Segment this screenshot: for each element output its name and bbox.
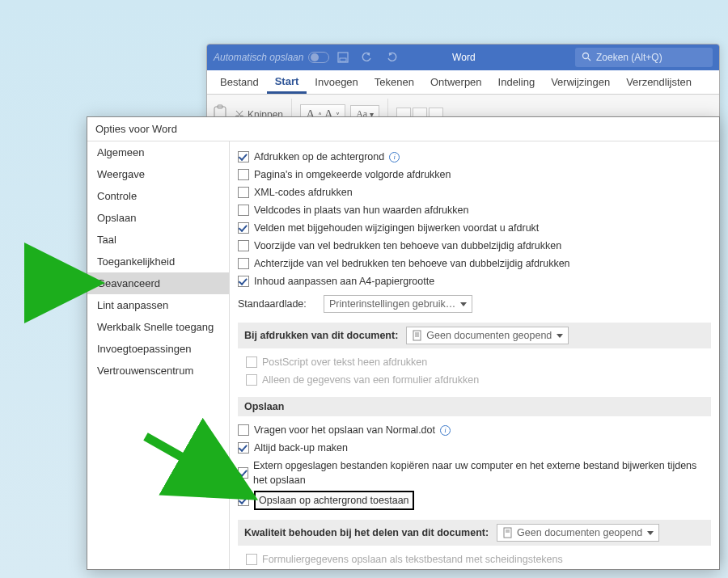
option-label: Alleen de gegevens van een formulier afd… xyxy=(262,373,479,387)
tab-bestand[interactable]: Bestand xyxy=(212,72,267,92)
option-label: Vragen voor het opslaan van Normal.dot xyxy=(254,423,435,437)
nav-item-taal[interactable]: Taal xyxy=(87,229,229,251)
option-row: Pagina's in omgekeerde volgorde afdrukke… xyxy=(238,166,711,184)
nav-item-vertrouwenscentrum[interactable]: Vertrouwenscentrum xyxy=(87,360,229,382)
option-row: Inhoud aanpassen aan A4-papiergrootte xyxy=(238,272,711,290)
checkbox xyxy=(246,357,257,368)
checkbox[interactable] xyxy=(238,222,249,234)
option-row: Velden met bijgehouden wijzigingen bijwe… xyxy=(238,219,711,237)
search-icon xyxy=(582,52,591,64)
section-save: Opslaan xyxy=(238,397,711,416)
option-label: Formuliergegevens opslaan als tekstbesta… xyxy=(262,552,563,567)
checkbox[interactable] xyxy=(238,424,249,436)
nav-item-lint-aanpassen[interactable]: Lint aanpassen xyxy=(87,294,229,316)
option-label: Opslaan op achtergrond toestaan xyxy=(254,491,414,510)
checkbox[interactable] xyxy=(238,442,249,454)
option-row: Alleen de gegevens van een formulier afd… xyxy=(238,371,711,389)
ribbon-tabs: Bestand Start Invoegen Tekenen Ontwerpen… xyxy=(207,70,719,95)
tab-indeling[interactable]: Indeling xyxy=(490,72,544,92)
option-label: PostScript over tekst heen afdrukken xyxy=(262,355,427,369)
checkbox xyxy=(246,374,257,386)
checkbox[interactable] xyxy=(238,187,249,198)
option-label: Inhoud aanpassen aan A4-papiergrootte xyxy=(254,274,434,289)
options-dialog: Opties voor Word AlgemeenWeergaveControl… xyxy=(87,116,720,570)
option-row: XML-codes afdrukken xyxy=(238,184,711,201)
search-placeholder: Zoeken (Alt+Q) xyxy=(596,52,662,63)
option-label: Velden met bijgehouden wijzigingen bijwe… xyxy=(254,221,539,235)
tab-invoegen[interactable]: Invoegen xyxy=(307,72,366,92)
option-row: Opslaan op achtergrond toestaan xyxy=(238,489,711,512)
redo-icon[interactable] xyxy=(381,48,402,67)
option-label: XML-codes afdrukken xyxy=(254,185,353,200)
svg-rect-1 xyxy=(340,58,346,61)
title-bar: Automatisch opslaan Word Zoeken (Alt+Q) xyxy=(207,44,719,70)
autosave-toggle[interactable] xyxy=(308,52,329,63)
checkbox[interactable] xyxy=(238,467,248,479)
nav-item-werkbalk-snelle-toegang[interactable]: Werkbalk Snelle toegang xyxy=(87,316,229,338)
option-row: Achterzijde van vel bedrukken ten behoev… xyxy=(238,255,711,272)
svg-rect-10 xyxy=(413,331,421,340)
tab-ontwerpen[interactable]: Ontwerpen xyxy=(422,72,490,92)
undo-icon[interactable] xyxy=(357,48,378,67)
search-box[interactable]: Zoeken (Alt+Q) xyxy=(575,48,713,67)
options-nav: AlgemeenWeergaveControleOpslaanTaalToega… xyxy=(87,141,230,569)
nav-item-controle[interactable]: Controle xyxy=(87,185,229,207)
option-label: Pagina's in omgekeerde volgorde afdrukke… xyxy=(254,167,451,182)
nav-item-toegankelijkheid[interactable]: Toegankelijkheid xyxy=(87,251,229,272)
nav-item-algemeen[interactable]: Algemeen xyxy=(87,141,229,163)
option-row: Afdrukken op de achtergrondi xyxy=(238,148,711,166)
option-label: Altijd back-up maken xyxy=(254,441,348,455)
tab-verwijzingen[interactable]: Verwijzingen xyxy=(543,72,618,92)
option-label: Veldcodes in plaats van hun waarden afdr… xyxy=(254,203,468,217)
tab-tekenen[interactable]: Tekenen xyxy=(366,72,422,92)
document-icon xyxy=(502,527,514,538)
option-row: Altijd back-up maken xyxy=(238,439,711,457)
option-row: PostScript over tekst heen afdrukken xyxy=(238,353,711,371)
svg-line-3 xyxy=(588,58,590,61)
default-tray-combo[interactable]: Printerinstellingen gebruik… xyxy=(324,295,472,313)
tab-start[interactable]: Start xyxy=(267,71,307,94)
section-print-doc: Bij afdrukken van dit document: Geen doc… xyxy=(238,323,711,348)
option-label: Afdrukken op de achtergrond xyxy=(254,150,384,164)
option-row: Voorzijde van vel bedrukken ten behoeve … xyxy=(238,237,711,255)
option-row: Extern opgeslagen bestanden kopiëren naa… xyxy=(238,457,711,489)
checkbox[interactable] xyxy=(238,169,249,180)
default-tray-label: Standaardlade: xyxy=(238,297,319,311)
document-icon xyxy=(412,330,423,341)
options-content: Afdrukken op de achtergrondiPagina's in … xyxy=(230,141,719,569)
option-label: Extern opgeslagen bestanden kopiëren naa… xyxy=(253,458,711,487)
document-title: Word xyxy=(452,52,475,63)
checkbox xyxy=(246,554,257,565)
print-doc-combo[interactable]: Geen documenten geopend xyxy=(406,327,569,344)
quality-doc-combo[interactable]: Geen documenten geopend xyxy=(497,524,659,542)
nav-item-weergave[interactable]: Weergave xyxy=(87,163,229,185)
section-quality: Kwaliteit behouden bij het delen van dit… xyxy=(238,520,711,546)
info-icon[interactable]: i xyxy=(440,425,451,436)
option-row: Formuliergegevens opslaan als tekstbesta… xyxy=(238,551,711,568)
nav-item-opslaan[interactable]: Opslaan xyxy=(87,207,229,229)
nav-item-invoegtoepassingen[interactable]: Invoegtoepassingen xyxy=(87,338,229,360)
autosave-label: Automatisch opslaan xyxy=(214,52,303,63)
option-row: Veldcodes in plaats van hun waarden afdr… xyxy=(238,201,711,219)
option-label: Achterzijde van vel bedrukken ten behoev… xyxy=(254,256,570,271)
svg-point-2 xyxy=(582,53,588,58)
option-label: Voorzijde van vel bedrukken ten behoeve … xyxy=(254,238,561,253)
svg-rect-14 xyxy=(504,528,511,538)
checkbox[interactable] xyxy=(238,240,249,251)
nav-item-geavanceerd[interactable]: Geavanceerd xyxy=(87,272,229,294)
save-icon[interactable] xyxy=(332,48,353,67)
option-row: Vragen voor het opslaan van Normal.doti xyxy=(238,421,711,439)
checkbox[interactable] xyxy=(238,258,249,269)
checkbox[interactable] xyxy=(238,205,249,216)
dialog-title: Opties voor Word xyxy=(87,117,719,141)
option-row: Taalkundige gegevens insluiten xyxy=(238,568,711,569)
tab-verzendlijsten[interactable]: Verzendlijsten xyxy=(618,72,700,92)
checkbox[interactable] xyxy=(238,276,249,287)
info-icon[interactable]: i xyxy=(389,152,400,162)
checkbox[interactable] xyxy=(238,495,249,506)
checkbox[interactable] xyxy=(238,151,249,162)
